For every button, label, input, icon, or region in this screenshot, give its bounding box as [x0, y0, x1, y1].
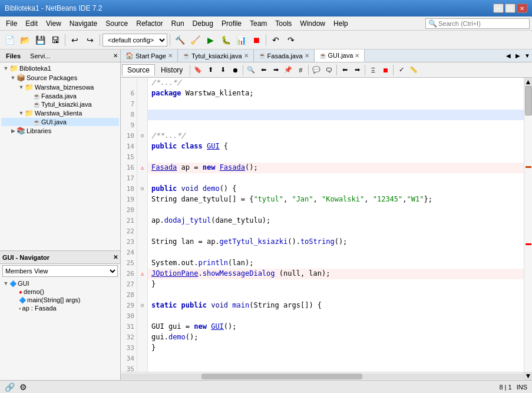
config-select[interactable]: <default config> — [103, 34, 167, 47]
shift-left[interactable]: ⬅ — [339, 64, 351, 76]
profile-button[interactable]: 📊 — [234, 33, 248, 47]
toolbar-separator-2 — [100, 34, 100, 46]
prev-error[interactable]: ⬅ — [257, 64, 269, 76]
nav-node-main[interactable]: 🔷 main(String[] args) — [1, 296, 119, 304]
menu-file[interactable]: File — [2, 18, 21, 29]
scroll-up-btn[interactable]: ▲ — [524, 78, 532, 86]
prev-bookmark[interactable]: ⬆ — [204, 64, 216, 76]
go-to-source[interactable]: 📌 — [282, 64, 294, 76]
menu-profile[interactable]: Profile — [218, 18, 245, 29]
close-button[interactable]: ✕ — [517, 4, 527, 13]
tab-gui[interactable]: ☕ GUI.java ✕ — [315, 49, 365, 62]
open-button[interactable]: 📂 — [18, 33, 32, 47]
redo-button[interactable]: ↷ — [284, 33, 298, 47]
save-all-button[interactable]: 🖫 — [48, 33, 62, 47]
menu-navigate[interactable]: Navigate — [66, 18, 101, 29]
tab-close-gui[interactable]: ✕ — [355, 52, 359, 59]
tree-node-tytul[interactable]: ☕ Tytul_ksiazki.java — [1, 100, 119, 108]
tab-tytul[interactable]: ☕ Tytul_ksiazki.java ✕ — [178, 49, 254, 62]
menu-view[interactable]: View — [42, 18, 65, 29]
debug-button[interactable]: 🐛 — [219, 33, 233, 47]
new-button[interactable]: 📄 — [2, 33, 16, 47]
minimize-button[interactable]: ─ — [493, 4, 504, 13]
menu-window[interactable]: Window — [296, 18, 329, 29]
scroll-track[interactable] — [524, 86, 532, 372]
menu-refactor[interactable]: Refactor — [133, 18, 166, 29]
save-button[interactable]: 💾 — [33, 33, 47, 47]
toggle-bookmarks[interactable]: 🔖 — [192, 64, 204, 76]
nav-node-demo[interactable]: ● demo() — [1, 288, 119, 296]
menu-tools[interactable]: Tools — [272, 18, 295, 29]
code-scroll-area[interactable]: /*...*/ 6 package Warstwa_klienta; 7 — [121, 78, 524, 372]
code-line-20: 20 — [121, 205, 524, 216]
tree-node-gui[interactable]: ☕ GUI.java — [1, 118, 119, 126]
clean-button[interactable]: 🧹 — [188, 33, 202, 47]
window-controls: ─ □ ✕ — [493, 4, 527, 13]
left-panel-close[interactable]: ✕ — [113, 52, 118, 59]
maximize-button[interactable]: □ — [505, 4, 516, 13]
services-tab[interactable]: Servi... — [27, 51, 54, 61]
forward-button[interactable]: ↪ — [83, 33, 97, 47]
next-error[interactable]: ➡ — [270, 64, 282, 76]
menu-edit[interactable]: Edit — [22, 18, 41, 29]
tree-node-source-packages[interactable]: ▼ 📦 Source Packages — [1, 73, 119, 82]
files-tab[interactable]: Files — [2, 51, 24, 61]
stop-debug[interactable]: ⏹ — [379, 64, 391, 76]
undo-button[interactable]: ↶ — [269, 33, 283, 47]
tab-menu[interactable]: ▼ — [523, 49, 532, 62]
toggle-breakpoint[interactable]: ⏺ — [229, 64, 241, 76]
status-network-icon: 🔗 — [5, 382, 15, 392]
nav-node-gui-class[interactable]: ▼ 🔷 GUI — [1, 279, 119, 288]
back-button[interactable]: ↩ — [68, 33, 82, 47]
comment[interactable]: 💬 — [310, 64, 322, 76]
code-line-23: 23 String lan = ap.getTytul_ksiazki().to… — [121, 237, 524, 247]
code-line-16: 16 ⚠ Fasada ap = new Fasada(); — [121, 163, 524, 173]
check-style[interactable]: ✓ — [395, 64, 407, 76]
code-line-35: 35 — [121, 364, 524, 372]
tab-scroll-left[interactable]: ◀ — [504, 49, 513, 62]
tab-scroll-right[interactable]: ▶ — [513, 49, 523, 62]
menu-debug[interactable]: Debug — [189, 18, 217, 29]
menu-help[interactable]: Help — [330, 18, 352, 29]
hscroll-thumb[interactable] — [201, 374, 363, 379]
tab-start-page[interactable]: 🏠 Start Page ✕ — [121, 49, 178, 62]
main-area: Files Servi... ✕ ▼ 📁 Biblioteka1 ▼ 📦 Sou… — [0, 49, 532, 380]
code-line-6: 6 package Warstwa_klienta; — [121, 88, 524, 99]
tree-node-libraries[interactable]: ▶ 📚 Libraries — [1, 126, 119, 136]
search-input[interactable] — [438, 20, 527, 27]
next-bookmark[interactable]: ⬇ — [217, 64, 229, 76]
tree-node-warstwa-kl[interactable]: ▼ 📁 Warstwa_klienta — [1, 108, 119, 118]
tab-close-tytul[interactable]: ✕ — [244, 52, 249, 59]
source-tab[interactable]: Source — [122, 64, 155, 75]
horizontal-scrollbar[interactable] — [121, 372, 524, 380]
tab-close-start[interactable]: ✕ — [168, 52, 173, 59]
find[interactable]: 🔍 — [245, 64, 257, 76]
scroll-down-btn[interactable]: ▼ — [524, 372, 532, 380]
format[interactable]: Ξ — [367, 64, 379, 76]
menu-run[interactable]: Run — [168, 18, 188, 29]
navigator-view-select[interactable]: Members View — [2, 265, 118, 277]
shift-right[interactable]: ➡ — [351, 64, 363, 76]
code-line-30: 30 — [121, 311, 524, 322]
metrics[interactable]: 📏 — [408, 64, 419, 76]
nav-node-ap[interactable]: ▪ ap : Fasada — [1, 304, 119, 312]
navigator-close[interactable]: ✕ — [113, 254, 118, 260]
menu-source[interactable]: Source — [102, 18, 131, 29]
error-mark-2 — [526, 166, 531, 168]
tree-node-fasada[interactable]: ☕ Fasada.java — [1, 92, 119, 100]
tree-node-biblioteka1[interactable]: ▼ 📁 Biblioteka1 — [1, 64, 119, 73]
vertical-scrollbar: ▲ ▼ — [524, 78, 532, 380]
stop-button[interactable]: ⏹ — [249, 33, 263, 47]
history-tab[interactable]: History — [156, 64, 188, 75]
scroll-thumb[interactable] — [525, 86, 532, 115]
menu-team[interactable]: Team — [246, 18, 270, 29]
tab-close-fasada[interactable]: ✕ — [305, 52, 309, 59]
tree-node-warstwa-biz[interactable]: ▼ 📁 Warstwa_biznesowa — [1, 82, 119, 92]
run-button[interactable]: ▶ — [203, 33, 217, 47]
hscroll-track[interactable] — [121, 374, 524, 379]
build-button[interactable]: 🔨 — [173, 33, 187, 47]
code-line-9: 9 — [121, 120, 524, 131]
uncomment[interactable]: 🗨 — [323, 64, 335, 76]
tab-fasada[interactable]: ☕ Fasada.java ✕ — [254, 49, 315, 62]
toggle-line-numbers[interactable]: # — [295, 64, 306, 76]
